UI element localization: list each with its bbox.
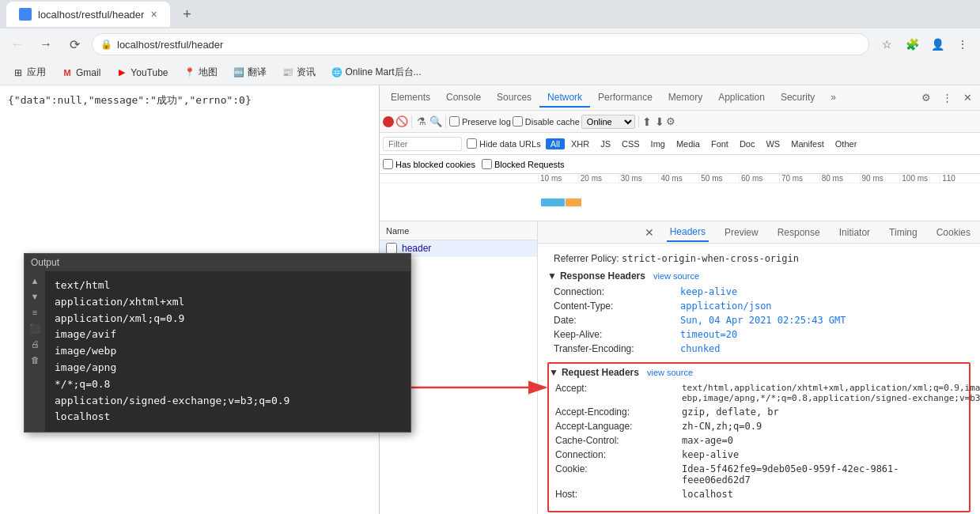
filter-manifest[interactable]: Manifest [786, 138, 829, 149]
hide-data-urls-checkbox[interactable] [467, 138, 477, 149]
search-network-icon[interactable]: 🔍 [429, 115, 442, 128]
resp-header-transfer-encoding-name: Transfer-Encoding: [554, 343, 680, 354]
filter-font[interactable]: Font [706, 138, 733, 149]
resp-header-content-type: Content-Type: application/json [547, 299, 971, 313]
req-header-accept-language-name: Accept-Language: [555, 421, 682, 432]
toolbar-separator-2 [445, 115, 446, 128]
detail-tab-initiator[interactable]: Initiator [836, 224, 873, 241]
output-content: text/html application/xhtml+xml applicat… [45, 271, 299, 432]
tab-close-button[interactable]: × [150, 8, 157, 21]
profile-button[interactable]: 👤 [926, 33, 948, 55]
blocked-requests-label[interactable]: Blocked Requests [482, 159, 565, 169]
resp-header-connection: Connection: keep-alive [547, 285, 971, 299]
record-button[interactable] [383, 116, 394, 127]
output-scroll-down[interactable]: ▼ [28, 290, 41, 303]
response-headers-toggle[interactable]: ▼ Response Headers view source [547, 270, 971, 282]
bookmark-news[interactable]: 📰 资讯 [276, 64, 322, 81]
detail-tab-timing[interactable]: Timing [886, 224, 921, 241]
preserve-log-checkbox[interactable] [449, 116, 460, 127]
response-headers-section: ▼ Response Headers view source Connectio… [547, 270, 971, 356]
nav-bar: ← → ⟳ 🔒 localhost/restful/header ☆ 🧩 👤 ⋮ [0, 28, 980, 60]
bookmark-youtube-label: YouTube [131, 67, 168, 78]
resp-header-date-value: Sun, 04 Apr 2021 02:25:43 GMT [680, 315, 846, 326]
settings-icon[interactable]: ⚙ [917, 89, 936, 108]
bookmark-gmail[interactable]: M Gmail [55, 66, 107, 80]
bookmark-translate[interactable]: 🔤 翻译 [227, 64, 273, 81]
throttle-select[interactable]: Online Fast 3G Slow 3G [581, 115, 635, 129]
request-headers-view-source[interactable]: view source [647, 368, 693, 377]
output-print-icon[interactable]: 🖨 [28, 338, 41, 350]
forward-button[interactable]: → [35, 33, 57, 55]
filter-input[interactable] [383, 137, 462, 151]
more-options-icon[interactable]: ⋮ [937, 89, 956, 108]
output-wrap-icon[interactable]: ≡ [28, 306, 41, 319]
resp-header-date-name: Date: [554, 315, 680, 326]
filter-all[interactable]: All [546, 138, 565, 149]
hide-data-urls-label[interactable]: Hide data URLs [467, 138, 541, 149]
bookmark-onlinemart[interactable]: 🌐 Online Mart后台... [325, 64, 428, 81]
detail-panel: ✕ Headers Preview Response Initiator Tim… [538, 221, 980, 514]
bookmark-maps[interactable]: 📍 地图 [178, 64, 224, 81]
timeline-header: 10 ms 20 ms 30 ms 40 ms 50 ms 60 ms 70 m… [380, 174, 980, 183]
filter-img[interactable]: Img [646, 138, 670, 149]
bookmark-youtube[interactable]: ▶ YouTube [110, 66, 174, 80]
settings-right-icon[interactable]: ⚙ [666, 115, 675, 127]
request-checkbox[interactable] [386, 243, 397, 254]
timeline-bars [538, 183, 980, 221]
filter-doc[interactable]: Doc [735, 138, 760, 149]
filter-other[interactable]: Other [831, 138, 862, 149]
menu-button[interactable]: ⋮ [952, 33, 974, 55]
output-clear-icon[interactable]: 🗑 [28, 353, 41, 366]
detail-tab-response[interactable]: Response [774, 224, 823, 241]
tick-40ms: 40 ms [658, 174, 698, 183]
new-tab-button[interactable]: + [176, 3, 199, 25]
has-blocked-label[interactable]: Has blocked cookies [383, 159, 475, 169]
tab-network[interactable]: Network [539, 89, 590, 108]
has-blocked-checkbox[interactable] [383, 159, 393, 169]
extensions-button[interactable]: 🧩 [901, 33, 923, 55]
filter-css[interactable]: CSS [617, 138, 645, 149]
tab-performance[interactable]: Performance [590, 89, 660, 108]
output-copy-icon[interactable]: ⬛ [28, 322, 41, 334]
bookmark-apps[interactable]: ⊞ 应用 [6, 64, 52, 81]
filter-icon[interactable]: ⚗ [415, 115, 428, 128]
disable-cache-label[interactable]: Disable cache [513, 116, 580, 127]
close-devtools-button[interactable]: ✕ [958, 89, 977, 108]
tab-sources[interactable]: Sources [489, 89, 539, 108]
detail-tab-headers[interactable]: Headers [667, 223, 709, 242]
tab-more[interactable]: » [823, 89, 844, 108]
req-header-accept-name: Accept: [555, 383, 682, 403]
filter-media[interactable]: Media [672, 138, 705, 149]
active-tab[interactable]: localhost/restful/header × [6, 2, 170, 27]
response-headers-view-source[interactable]: view source [653, 271, 699, 281]
filter-ws[interactable]: WS [761, 138, 785, 149]
detail-tab-cookies[interactable]: Cookies [933, 224, 974, 241]
download-icon[interactable]: ⬇ [655, 115, 664, 128]
tab-memory[interactable]: Memory [660, 89, 710, 108]
timeline-bar-orange [566, 198, 581, 206]
tab-security[interactable]: Security [773, 89, 823, 108]
tick-20ms: 20 ms [578, 174, 619, 183]
bookmark-star-button[interactable]: ☆ [876, 33, 898, 55]
output-scroll-up[interactable]: ▲ [28, 274, 41, 287]
tab-console[interactable]: Console [438, 89, 489, 108]
detail-tab-preview[interactable]: Preview [721, 224, 762, 241]
clear-button[interactable]: 🚫 [395, 115, 408, 128]
filter-xhr[interactable]: XHR [566, 138, 594, 149]
back-button[interactable]: ← [6, 33, 28, 55]
request-headers-toggle[interactable]: ▼ Request Headers view source [549, 367, 969, 378]
close-detail-button[interactable]: ✕ [645, 226, 654, 239]
name-column-header: Name [386, 226, 409, 236]
disable-cache-text: Disable cache [525, 117, 580, 127]
upload-icon[interactable]: ⬆ [642, 115, 652, 128]
address-bar[interactable]: 🔒 localhost/restful/header [92, 33, 869, 55]
reload-button[interactable]: ⟳ [63, 33, 85, 55]
tab-application[interactable]: Application [710, 89, 773, 108]
blocked-requests-checkbox[interactable] [482, 159, 492, 169]
filter-js[interactable]: JS [596, 138, 615, 149]
bookmark-gmail-label: Gmail [76, 67, 100, 78]
disable-cache-checkbox[interactable] [513, 116, 523, 127]
resp-header-transfer-encoding: Transfer-Encoding: chunked [547, 342, 971, 356]
tab-elements[interactable]: Elements [383, 89, 438, 108]
preserve-log-label[interactable]: Preserve log [449, 116, 511, 127]
